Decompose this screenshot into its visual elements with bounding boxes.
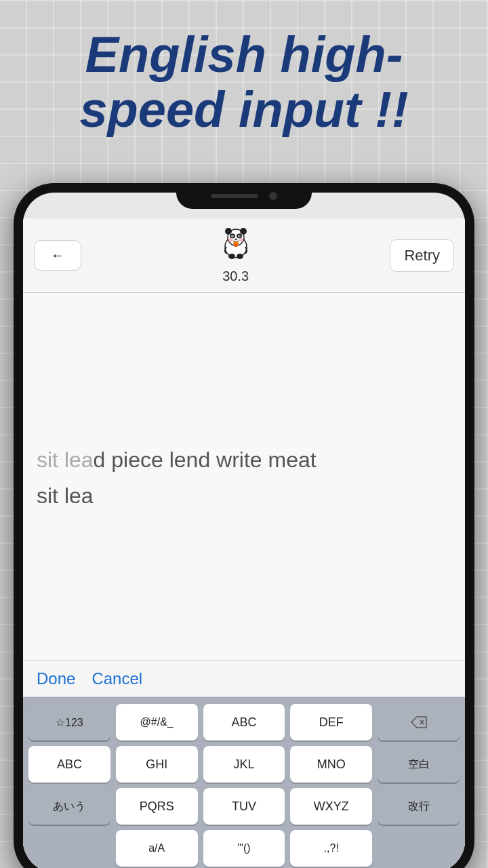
key-tuv[interactable]: TUV [203,788,285,825]
cancel-button[interactable]: Cancel [92,669,142,688]
score-display: 30.3 [222,269,249,284]
key-newline[interactable]: 改行 [378,788,460,825]
headline-line1: English high- [85,26,403,83]
key-space-jp[interactable]: 空白 [378,746,460,783]
svg-rect-14 [233,242,239,244]
notch [176,183,312,209]
svg-point-2 [225,228,232,235]
headline: English high- speed input !! [0,27,488,138]
notch-camera [269,192,277,200]
back-button[interactable]: ← [34,240,81,271]
phone-screen: ← [23,193,465,868]
panda-score-area: 30.3 [218,226,253,284]
keyboard-row-4: a/A '"() .,?! [28,830,460,867]
key-quotes[interactable]: '"() [203,830,285,867]
target-text: sit lead piece lend write meat [37,445,451,475]
key-shift[interactable]: a/A [116,830,198,867]
svg-point-9 [239,236,240,237]
keyboard: ☆123 @#/&_ ABC DEF ABC GHI [23,697,465,868]
svg-point-11 [228,238,232,242]
key-symbols[interactable]: @#/&_ [116,704,198,741]
key-abc2[interactable]: ABC [28,746,110,783]
key-punctuation[interactable]: .,?! [290,830,372,867]
key-mno[interactable]: MNO [290,746,372,783]
top-bar: ← [23,218,465,293]
retry-button[interactable]: Retry [390,239,454,272]
key-jkl[interactable]: JKL [203,746,285,783]
action-bar: Done Cancel [23,661,465,697]
keyboard-row-3: あいう PQRS TUV WXYZ 改行 [28,788,460,825]
done-button[interactable]: Done [37,669,75,688]
text-display-area: sit lead piece lend write meat sit lea [23,293,465,661]
notch-speaker [211,194,258,198]
svg-point-3 [240,228,247,235]
key-ghi[interactable]: GHI [116,746,198,783]
backspace-key[interactable] [378,704,460,741]
key-abc[interactable]: ABC [203,704,285,741]
phone-frame: ← [14,183,474,868]
screen-content: ← [23,218,465,868]
panda-mascot [218,226,253,267]
remaining-portion: d piece lend write meat [94,448,317,472]
headline-text: English high- speed input !! [27,27,461,138]
headline-line2: speed input !! [79,81,408,138]
keyboard-row-2: ABC GHI JKL MNO 空白 [28,746,460,783]
svg-point-8 [232,236,233,237]
svg-point-15 [228,254,235,259]
key-def[interactable]: DEF [290,704,372,741]
svg-point-16 [237,254,243,259]
svg-point-12 [239,238,243,242]
key-star123[interactable]: ☆123 [28,704,110,741]
keyboard-row-1: ☆123 @#/&_ ABC DEF [28,704,460,741]
key-wxyz[interactable]: WXYZ [290,788,372,825]
current-input-text: sit lea [37,484,451,509]
typed-portion: sit lea [37,448,94,472]
key-hiragana[interactable]: あいう [28,788,110,825]
key-pqrs[interactable]: PQRS [116,788,198,825]
svg-point-10 [235,239,237,240]
